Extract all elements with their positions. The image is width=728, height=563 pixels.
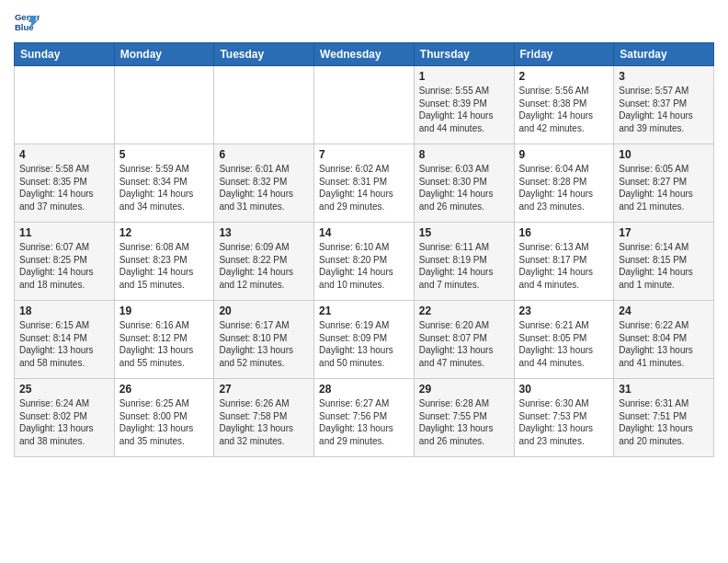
day-number: 5	[119, 148, 210, 161]
cell-content: Sunrise: 6:01 AM Sunset: 8:32 PM Dayligh…	[219, 163, 309, 213]
day-number: 2	[519, 70, 609, 83]
cell-content: Sunrise: 6:16 AM Sunset: 8:12 PM Dayligh…	[119, 319, 210, 369]
cell-content: Sunrise: 5:55 AM Sunset: 8:39 PM Dayligh…	[419, 85, 509, 134]
calendar-cell: 18Sunrise: 6:15 AM Sunset: 8:14 PM Dayli…	[15, 301, 115, 379]
calendar-cell	[114, 66, 214, 144]
day-number: 26	[119, 383, 210, 396]
page-container: General Blue SundayMondayTuesdayWednesda…	[0, 0, 728, 462]
week-row-3: 11Sunrise: 6:07 AM Sunset: 8:25 PM Dayli…	[15, 223, 714, 301]
day-number: 3	[619, 70, 709, 83]
day-number: 1	[419, 70, 509, 83]
calendar-cell	[15, 66, 115, 144]
calendar-cell: 22Sunrise: 6:20 AM Sunset: 8:07 PM Dayli…	[414, 301, 514, 379]
day-number: 21	[319, 304, 409, 317]
calendar-table: SundayMondayTuesdayWednesdayThursdayFrid…	[14, 42, 714, 457]
cell-content: Sunrise: 6:14 AM Sunset: 8:15 PM Dayligh…	[619, 241, 709, 291]
calendar-cell: 15Sunrise: 6:11 AM Sunset: 8:19 PM Dayli…	[414, 223, 514, 301]
calendar-cell: 4Sunrise: 5:58 AM Sunset: 8:35 PM Daylig…	[15, 144, 115, 223]
day-number: 4	[19, 148, 109, 161]
calendar-cell: 30Sunrise: 6:30 AM Sunset: 7:53 PM Dayli…	[514, 379, 614, 457]
day-number: 13	[219, 226, 309, 239]
day-number: 8	[419, 148, 509, 161]
header-day-saturday: Saturday	[614, 43, 714, 66]
cell-content: Sunrise: 6:21 AM Sunset: 8:05 PM Dayligh…	[519, 319, 609, 369]
calendar-cell: 2Sunrise: 5:56 AM Sunset: 8:38 PM Daylig…	[514, 66, 614, 144]
day-number: 11	[19, 226, 109, 239]
day-number: 9	[519, 148, 609, 161]
cell-content: Sunrise: 6:13 AM Sunset: 8:17 PM Dayligh…	[519, 241, 609, 291]
calendar-cell: 31Sunrise: 6:31 AM Sunset: 7:51 PM Dayli…	[614, 379, 714, 457]
calendar-cell: 20Sunrise: 6:17 AM Sunset: 8:10 PM Dayli…	[214, 301, 314, 379]
calendar-cell: 17Sunrise: 6:14 AM Sunset: 8:15 PM Dayli…	[614, 223, 714, 301]
day-number: 28	[319, 383, 409, 396]
day-number: 15	[419, 226, 509, 239]
week-row-4: 18Sunrise: 6:15 AM Sunset: 8:14 PM Dayli…	[15, 301, 714, 379]
cell-content: Sunrise: 6:08 AM Sunset: 8:23 PM Dayligh…	[119, 241, 210, 291]
day-number: 24	[619, 304, 709, 317]
cell-content: Sunrise: 6:09 AM Sunset: 8:22 PM Dayligh…	[219, 241, 309, 291]
cell-content: Sunrise: 6:30 AM Sunset: 7:53 PM Dayligh…	[519, 397, 609, 447]
calendar-cell	[314, 66, 415, 144]
calendar-cell: 8Sunrise: 6:03 AM Sunset: 8:30 PM Daylig…	[414, 144, 514, 223]
calendar-cell: 11Sunrise: 6:07 AM Sunset: 8:25 PM Dayli…	[15, 223, 115, 301]
week-row-1: 1Sunrise: 5:55 AM Sunset: 8:39 PM Daylig…	[15, 66, 714, 144]
cell-content: Sunrise: 6:24 AM Sunset: 8:02 PM Dayligh…	[19, 397, 109, 447]
header-day-tuesday: Tuesday	[214, 43, 314, 66]
calendar-cell: 5Sunrise: 5:59 AM Sunset: 8:34 PM Daylig…	[114, 144, 214, 223]
day-number: 22	[419, 304, 509, 317]
cell-content: Sunrise: 6:04 AM Sunset: 8:28 PM Dayligh…	[519, 163, 609, 213]
day-number: 14	[319, 226, 409, 239]
cell-content: Sunrise: 6:28 AM Sunset: 7:55 PM Dayligh…	[419, 397, 509, 447]
cell-content: Sunrise: 6:05 AM Sunset: 8:27 PM Dayligh…	[619, 163, 709, 213]
day-number: 27	[219, 383, 309, 396]
cell-content: Sunrise: 6:22 AM Sunset: 8:04 PM Dayligh…	[619, 319, 709, 369]
header-day-friday: Friday	[514, 43, 614, 66]
calendar-cell: 9Sunrise: 6:04 AM Sunset: 8:28 PM Daylig…	[514, 144, 614, 223]
day-number: 20	[219, 304, 309, 317]
cell-content: Sunrise: 6:03 AM Sunset: 8:30 PM Dayligh…	[419, 163, 509, 213]
cell-content: Sunrise: 5:57 AM Sunset: 8:37 PM Dayligh…	[619, 85, 709, 134]
calendar-cell: 21Sunrise: 6:19 AM Sunset: 8:09 PM Dayli…	[314, 301, 415, 379]
day-number: 23	[519, 304, 609, 317]
header-day-sunday: Sunday	[15, 43, 115, 66]
day-number: 16	[519, 226, 609, 239]
logo-icon: General Blue	[14, 9, 40, 35]
cell-content: Sunrise: 6:15 AM Sunset: 8:14 PM Dayligh…	[19, 319, 109, 369]
cell-content: Sunrise: 5:56 AM Sunset: 8:38 PM Dayligh…	[519, 85, 609, 134]
day-number: 18	[19, 304, 109, 317]
day-number: 7	[319, 148, 409, 161]
calendar-cell: 19Sunrise: 6:16 AM Sunset: 8:12 PM Dayli…	[114, 301, 214, 379]
cell-content: Sunrise: 5:59 AM Sunset: 8:34 PM Dayligh…	[119, 163, 210, 213]
calendar-cell: 7Sunrise: 6:02 AM Sunset: 8:31 PM Daylig…	[314, 144, 415, 223]
day-number: 6	[219, 148, 309, 161]
cell-content: Sunrise: 6:31 AM Sunset: 7:51 PM Dayligh…	[619, 397, 709, 447]
header-day-thursday: Thursday	[414, 43, 514, 66]
day-number: 12	[119, 226, 210, 239]
day-number: 31	[619, 383, 709, 396]
calendar-cell: 27Sunrise: 6:26 AM Sunset: 7:58 PM Dayli…	[214, 379, 314, 457]
calendar-cell: 16Sunrise: 6:13 AM Sunset: 8:17 PM Dayli…	[514, 223, 614, 301]
cell-content: Sunrise: 5:58 AM Sunset: 8:35 PM Dayligh…	[19, 163, 109, 213]
cell-content: Sunrise: 6:11 AM Sunset: 8:19 PM Dayligh…	[419, 241, 509, 291]
calendar-cell	[214, 66, 314, 144]
cell-content: Sunrise: 6:07 AM Sunset: 8:25 PM Dayligh…	[19, 241, 109, 291]
calendar-cell: 26Sunrise: 6:25 AM Sunset: 8:00 PM Dayli…	[114, 379, 214, 457]
header-day-monday: Monday	[114, 43, 214, 66]
cell-content: Sunrise: 6:25 AM Sunset: 8:00 PM Dayligh…	[119, 397, 210, 447]
calendar-cell: 13Sunrise: 6:09 AM Sunset: 8:22 PM Dayli…	[214, 223, 314, 301]
calendar-cell: 1Sunrise: 5:55 AM Sunset: 8:39 PM Daylig…	[414, 66, 514, 144]
calendar-cell: 10Sunrise: 6:05 AM Sunset: 8:27 PM Dayli…	[614, 144, 714, 223]
calendar-cell: 3Sunrise: 5:57 AM Sunset: 8:37 PM Daylig…	[614, 66, 714, 144]
day-number: 19	[119, 304, 210, 317]
cell-content: Sunrise: 6:19 AM Sunset: 8:09 PM Dayligh…	[319, 319, 409, 369]
calendar-cell: 23Sunrise: 6:21 AM Sunset: 8:05 PM Dayli…	[514, 301, 614, 379]
calendar-cell: 28Sunrise: 6:27 AM Sunset: 7:56 PM Dayli…	[314, 379, 415, 457]
calendar-cell: 24Sunrise: 6:22 AM Sunset: 8:04 PM Dayli…	[614, 301, 714, 379]
logo: General Blue	[14, 9, 40, 35]
header-day-wednesday: Wednesday	[314, 43, 415, 66]
cell-content: Sunrise: 6:17 AM Sunset: 8:10 PM Dayligh…	[219, 319, 309, 369]
day-number: 17	[619, 226, 709, 239]
cell-content: Sunrise: 6:26 AM Sunset: 7:58 PM Dayligh…	[219, 397, 309, 447]
calendar-cell: 6Sunrise: 6:01 AM Sunset: 8:32 PM Daylig…	[214, 144, 314, 223]
day-number: 30	[519, 383, 609, 396]
